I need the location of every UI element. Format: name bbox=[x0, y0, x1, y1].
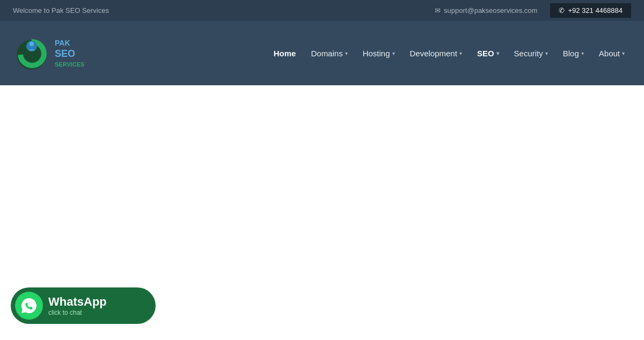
logo-text: PAK SEO SERVICES bbox=[55, 38, 84, 68]
chevron-down-icon: ▾ bbox=[459, 50, 462, 56]
phone-number: +92 321 4468884 bbox=[568, 6, 623, 14]
logo-link[interactable]: PAK SEO SERVICES bbox=[13, 34, 84, 72]
whatsapp-title: WhatsApp bbox=[48, 295, 107, 309]
chevron-down-icon: ▾ bbox=[545, 50, 548, 56]
header: PAK SEO SERVICES Home Domains ▾ Hosting … bbox=[0, 21, 644, 85]
chevron-down-icon: ▾ bbox=[392, 50, 395, 56]
whatsapp-subtitle: click to chat bbox=[48, 309, 107, 316]
chevron-down-icon: ▾ bbox=[345, 50, 348, 56]
main-nav: Home Domains ▾ Hosting ▾ Development ▾ S… bbox=[106, 45, 631, 62]
envelope-icon bbox=[435, 6, 441, 14]
nav-hosting[interactable]: Hosting ▾ bbox=[356, 45, 401, 62]
nav-seo[interactable]: SEO ▾ bbox=[471, 45, 506, 62]
chevron-down-icon: ▾ bbox=[581, 50, 584, 56]
nav-development[interactable]: Development ▾ bbox=[404, 45, 469, 62]
whatsapp-icon bbox=[15, 292, 43, 320]
whatsapp-button[interactable]: WhatsApp click to chat bbox=[11, 287, 156, 324]
nav-blog[interactable]: Blog ▾ bbox=[557, 45, 590, 62]
phone-icon bbox=[559, 6, 565, 14]
logo-seo: SEO bbox=[55, 48, 84, 60]
email-address: support@pakseoservices.com bbox=[444, 6, 537, 14]
email-contact[interactable]: support@pakseoservices.com bbox=[435, 6, 537, 14]
phone-contact[interactable]: +92 321 4468884 bbox=[550, 3, 631, 18]
nav-home[interactable]: Home bbox=[267, 45, 303, 62]
top-bar: Welcome to Pak SEO Services support@paks… bbox=[0, 0, 644, 21]
nav-domains[interactable]: Domains ▾ bbox=[304, 45, 354, 62]
welcome-text: Welcome to Pak SEO Services bbox=[13, 6, 109, 14]
nav-about[interactable]: About ▾ bbox=[592, 45, 631, 62]
logo-services: SERVICES bbox=[55, 61, 84, 68]
svg-point-2 bbox=[30, 42, 34, 46]
logo-icon bbox=[13, 34, 50, 72]
top-bar-right: support@pakseoservices.com +92 321 44688… bbox=[435, 3, 631, 18]
logo-pak: PAK bbox=[55, 38, 84, 48]
nav-security[interactable]: Security ▾ bbox=[508, 45, 554, 62]
whatsapp-text: WhatsApp click to chat bbox=[48, 295, 107, 316]
chevron-down-icon: ▾ bbox=[496, 50, 499, 56]
chevron-down-icon: ▾ bbox=[622, 50, 625, 56]
